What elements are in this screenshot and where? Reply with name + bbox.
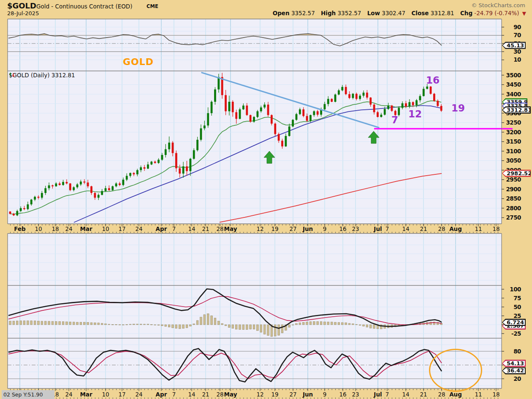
x-axis-label: 19: [271, 225, 278, 232]
x-axis-label: 28: [216, 391, 223, 398]
y-axis-label: 70: [504, 32, 521, 38]
x-axis-label: 11: [475, 225, 482, 232]
y-axis-label: 3200: [504, 129, 521, 136]
x-axis-label: 14: [188, 391, 195, 398]
day-count-annotation-19: 19: [451, 103, 465, 114]
x-axis-label: Aug: [449, 225, 462, 232]
x-axis-label: 24: [135, 391, 142, 398]
ohlc-readout: Open 3352.57 High 3352.57 Low 3302.47 Cl…: [273, 10, 526, 16]
x-axis-label: 9: [323, 225, 327, 232]
x-axis-label: 12: [256, 391, 263, 398]
y-axis-label: 90: [504, 24, 521, 30]
x-axis-label: Jun: [303, 225, 313, 232]
x-axis-label: Feb: [14, 225, 26, 232]
high-value: 3352.57: [338, 10, 361, 16]
high-label: High: [321, 10, 336, 16]
x-axis-label: 10: [102, 225, 109, 232]
updown-arrows-icon: [9, 72, 15, 78]
y-axis-label: 3100: [504, 148, 521, 155]
x-axis-label: 7: [385, 391, 389, 398]
y-axis-label: 10: [504, 56, 521, 63]
x-axis-label: 7: [172, 225, 176, 232]
last-price-box: 3312.81: [502, 106, 531, 114]
y-axis-label: 100: [504, 286, 521, 293]
rsi-value-box: 45.13: [502, 42, 526, 49]
open-value: 3352.57: [291, 10, 315, 16]
y-axis-label: 50: [504, 304, 521, 310]
chg-dropdown-arrow[interactable]: ▼: [522, 11, 526, 16]
x-axis-label: 21: [420, 225, 427, 232]
exchange-label: CME: [147, 3, 158, 9]
y-axis-label: 3400: [504, 91, 521, 98]
close-label: Close: [411, 10, 429, 16]
x-axis-label: Mar: [80, 391, 92, 398]
y-axis-label: 3450: [504, 81, 521, 88]
y-axis-label: -25: [504, 330, 521, 337]
x-axis-label: 23: [352, 391, 359, 398]
x-axis-label: Mar: [80, 225, 92, 232]
x-axis-label: 16: [339, 225, 346, 232]
x-axis-label: May: [224, 225, 237, 232]
x-axis-label: 21: [202, 391, 209, 398]
y-axis-label: 2850: [504, 195, 521, 202]
x-axis-label: 7: [172, 391, 176, 398]
x-axis-label: 14: [402, 225, 409, 232]
x-axis-label: Jul: [374, 225, 382, 232]
x-axis-label: 18: [52, 225, 59, 232]
x-axis-label: 10: [102, 391, 109, 398]
x-axis-label: 28: [216, 225, 223, 232]
y-axis-label: 80: [504, 348, 521, 355]
y-axis-label: 20: [504, 375, 521, 382]
x-axis-label: 21: [202, 225, 209, 232]
chart-canvas[interactable]: [0, 0, 532, 399]
y-axis-label: 2900: [504, 186, 521, 193]
x-axis-label: 17: [118, 225, 125, 232]
y-axis-label: 25: [504, 312, 521, 319]
crosshair-tooltip: 02 Sep Y:51.90: [2, 390, 54, 399]
y-axis-label: 2950: [504, 176, 521, 183]
x-axis-label: 28: [438, 391, 445, 398]
x-axis-label: 24: [135, 225, 142, 232]
x-axis-label: 17: [118, 391, 125, 398]
x-axis-label: 21: [420, 391, 427, 398]
instrument-title: Gold - Continuous Contract (EOD): [36, 3, 132, 10]
y-axis-label: 3250: [504, 119, 521, 126]
stoch-d-value-box: 54.13: [502, 360, 526, 367]
day-count-annotation-12: 12: [408, 109, 422, 119]
chg-label: Chg: [460, 10, 472, 16]
x-axis-label: 24: [65, 391, 72, 398]
x-axis-label: 28: [438, 225, 445, 232]
low-label: Low: [367, 10, 380, 16]
x-axis-label: 14: [402, 391, 409, 398]
x-axis-label: 9: [323, 391, 327, 398]
x-axis-label: Jul: [374, 391, 382, 398]
x-axis-label: 11: [475, 391, 482, 398]
low-value: 3302.47: [382, 10, 405, 16]
y-axis-label: 2800: [504, 205, 521, 212]
pmo-value-box: 6.724: [502, 319, 526, 326]
legend-text: $GOLD (Daily) 3312.81: [9, 72, 75, 79]
chart-date: 28-Jul-2025: [7, 10, 39, 16]
x-axis-label: 7: [385, 225, 389, 232]
x-axis-label: 24: [65, 225, 72, 232]
x-axis-label: 27: [289, 225, 296, 232]
x-axis-label: Apr: [156, 391, 167, 398]
y-axis-label: 75: [504, 295, 521, 301]
gold-annotation-label: GOLD: [123, 57, 154, 67]
close-value: 3312.81: [431, 10, 454, 16]
x-axis-label: 19: [271, 391, 278, 398]
x-axis-label: 18: [492, 391, 499, 398]
y-axis-label: 3150: [504, 138, 521, 145]
x-axis-label: 16: [339, 391, 346, 398]
orange-circle-annotation: [429, 349, 482, 392]
x-axis-label: 10: [35, 225, 42, 232]
stoch-k-value-box: 36.42: [502, 367, 526, 375]
y-axis-label: 2750: [504, 214, 521, 221]
day-count-annotation-7: 7: [391, 114, 398, 125]
stockcharts-page: { "header": { "symbol": "$GOLD", "title"…: [0, 0, 532, 399]
x-axis-label: Apr: [156, 225, 167, 232]
x-axis-label: 14: [188, 225, 195, 232]
open-label: Open: [273, 10, 290, 16]
price-legend: $GOLD (Daily) 3312.81: [9, 72, 75, 79]
x-axis-label: Jun: [303, 391, 313, 398]
